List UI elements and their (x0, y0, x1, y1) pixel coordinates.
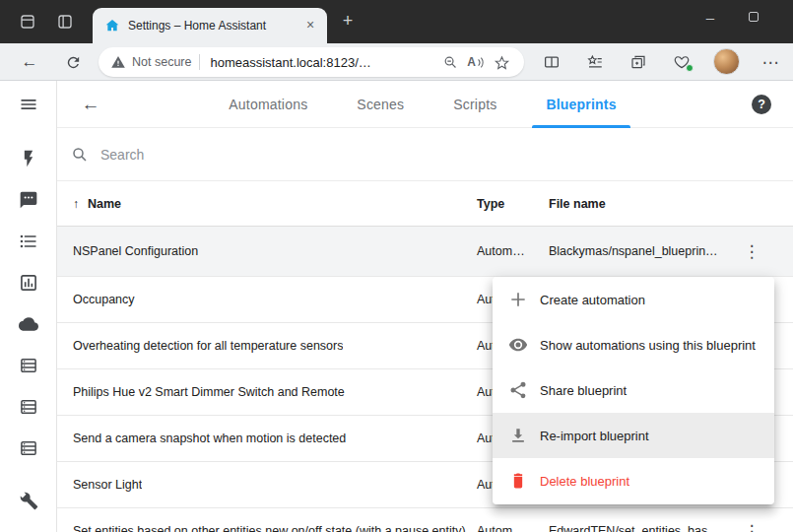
search-row (57, 128, 793, 181)
ha-topbar: ← Automations Scenes Scripts Blueprints … (57, 81, 793, 128)
row-name: Send a camera snapshot when motion is de… (73, 432, 346, 445)
tab-blueprints[interactable]: Blueprints (532, 81, 629, 128)
row-name: NSPanel Configuration (73, 244, 198, 258)
ha-tabs: Automations Scenes Scripts Blueprints (156, 81, 690, 128)
address-bar[interactable]: Not secure homeassistant.local:8123/… A (99, 47, 524, 77)
browser-toolbar: ← Not secure homeassistant.local:8123/… … (0, 43, 793, 81)
browser-essentials-icon[interactable] (668, 49, 695, 75)
download-icon (506, 424, 530, 447)
close-tab-icon[interactable]: × (301, 17, 319, 34)
row-menu-kebab-icon[interactable]: ⋮ (740, 521, 763, 532)
refresh-icon[interactable] (59, 49, 87, 75)
row-name: Overheating detection for all temperatur… (73, 339, 343, 353)
help-icon[interactable]: ? (752, 95, 771, 114)
ha-sidebar (0, 81, 57, 532)
favorites-icon[interactable] (581, 49, 609, 75)
home-assistant-favicon-icon (104, 18, 120, 33)
tab-label: Scenes (357, 97, 404, 112)
workspaces-icon[interactable] (14, 8, 41, 35)
sidebar-item-server-1[interactable] (17, 354, 40, 377)
new-tab-button[interactable]: + (337, 11, 359, 33)
sidebar-item-list[interactable] (17, 230, 40, 253)
hamburger-menu-icon[interactable] (17, 93, 40, 116)
close-window-icon[interactable]: × (777, 0, 793, 33)
menu-item-label: Delete blueprint (540, 474, 629, 489)
header-type[interactable]: Type (477, 197, 504, 211)
header-file[interactable]: File name (549, 197, 606, 211)
tab-actions-icon[interactable] (51, 8, 79, 35)
table-header: ↑Name Type File name (57, 181, 793, 227)
profile-avatar[interactable] (713, 48, 740, 75)
browser-titlebar: Settings – Home Assistant × + – × (0, 0, 793, 43)
share-icon (506, 378, 530, 402)
status-green-dot (686, 64, 694, 72)
tab-label: Scripts (453, 97, 496, 112)
sidebar-item-chat[interactable] (17, 188, 40, 212)
search-input[interactable] (100, 147, 396, 163)
menu-item-label: Show automations using this blueprint (540, 338, 756, 353)
tab-automations[interactable]: Automations (215, 81, 321, 128)
maximize-icon[interactable] (734, 0, 773, 33)
zoom-out-icon[interactable] (437, 49, 463, 75)
sidebar-item-energy[interactable] (17, 147, 40, 170)
sidebar-item-cloud[interactable] (17, 312, 40, 336)
split-screen-icon[interactable] (538, 49, 565, 75)
sidebar-item-server-3[interactable] (17, 436, 40, 460)
menu-item-create-automation[interactable]: Create automation (493, 277, 774, 322)
menu-item-label: Create automation (540, 293, 645, 307)
menu-item-label: Share blueprint (540, 383, 627, 398)
plus-icon (506, 288, 530, 311)
ha-app: ← Automations Scenes Scripts Blueprints … (0, 81, 793, 532)
row-name: Sensor Light (73, 478, 142, 492)
tab-scripts[interactable]: Scripts (439, 81, 510, 128)
favorite-star-icon[interactable] (489, 49, 514, 75)
ha-back-icon[interactable]: ← (79, 93, 102, 116)
row-type: Autom… (477, 244, 525, 258)
browser-window: Settings – Home Assistant × + – × ← Not … (0, 0, 793, 532)
back-icon[interactable]: ← (16, 49, 43, 75)
read-aloud-icon[interactable]: A (463, 49, 489, 75)
sidebar-item-server-2[interactable] (17, 395, 40, 419)
menu-item-delete-blueprint[interactable]: Delete blueprint (493, 458, 774, 503)
row-type: Autom… (477, 524, 525, 532)
sort-up-icon: ↑ (73, 197, 79, 211)
row-name: Set entities based on other entities new… (73, 524, 466, 532)
not-secure-warning-icon (110, 54, 126, 70)
browser-tab[interactable]: Settings – Home Assistant × (93, 8, 327, 43)
eye-icon (506, 333, 530, 357)
address-divider (199, 54, 200, 70)
row-file: Blackymas/nspanel_blueprin… (549, 244, 718, 258)
tab-label: Blueprints (546, 97, 616, 112)
table-row[interactable]: Set entities based on other entities new… (57, 508, 793, 532)
security-label[interactable]: Not secure (132, 55, 191, 69)
tab-scenes[interactable]: Scenes (343, 81, 418, 128)
sidebar-item-history[interactable] (17, 271, 40, 295)
row-menu-kebab-icon[interactable]: ⋮ (740, 241, 763, 262)
tab-label: Automations (229, 97, 307, 112)
table-row[interactable]: NSPanel Configuration Autom… Blackymas/n… (57, 227, 793, 277)
row-name: Occupancy (73, 293, 135, 306)
trash-icon (506, 469, 530, 493)
tab-title: Settings – Home Assistant (128, 19, 301, 33)
menu-item-reimport-blueprint[interactable]: Re-import blueprint (493, 413, 774, 458)
menu-item-show-automations[interactable]: Show automations using this blueprint (493, 322, 774, 367)
url-text[interactable]: homeassistant.local:8123/… (210, 55, 437, 70)
search-icon (71, 146, 89, 164)
collections-icon[interactable] (625, 49, 652, 75)
header-name[interactable]: ↑Name (73, 197, 121, 211)
sidebar-item-tools[interactable] (17, 489, 40, 512)
row-file: EdwardTEN/set_entities_bas… (549, 524, 720, 532)
context-menu: Create automation Show automations using… (493, 277, 774, 504)
more-icon[interactable]: ⋯ (757, 49, 784, 75)
menu-item-label: Re-import blueprint (540, 429, 649, 443)
menu-item-share-blueprint[interactable]: Share blueprint (493, 367, 774, 413)
minimize-icon[interactable]: – (691, 0, 730, 33)
row-name: Philips Hue v2 Smart Dimmer Switch and R… (73, 385, 345, 399)
